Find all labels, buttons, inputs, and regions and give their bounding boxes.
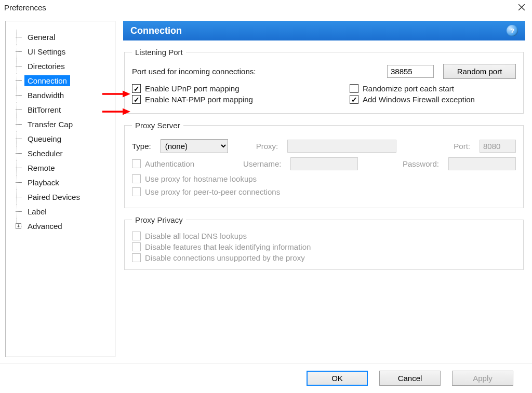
proxy-password-input — [448, 157, 516, 170]
panel-header: Connection ? — [123, 21, 525, 40]
sidebar-item-bittorrent[interactable]: BitTorrent — [11, 102, 115, 117]
sidebar-item-scheduler[interactable]: Scheduler — [11, 146, 115, 160]
ok-button[interactable]: OK — [307, 371, 368, 386]
proxy-port-label: Port: — [454, 142, 470, 151]
window-title: Preferences — [4, 3, 46, 12]
panel-title: Connection — [130, 25, 182, 36]
main-panel: Connection ? Listening Port Port used fo… — [117, 21, 527, 357]
privacy-unsupported-checkbox: Disable connections unsupported by the p… — [132, 253, 305, 262]
randomize-port-checkbox[interactable]: Randomize port each start — [350, 84, 516, 93]
proxy-host-label: Proxy: — [256, 142, 278, 151]
sidebar-item-advanced[interactable]: +Advanced — [11, 219, 115, 233]
sidebar-item-bandwidth[interactable]: Bandwidth — [11, 88, 115, 102]
upnp-checkbox[interactable]: Enable UPnP port mapping — [132, 84, 240, 93]
proxy-type-label: Type: — [132, 142, 151, 151]
proxy-hostname-checkbox: Use proxy for hostname lookups — [132, 174, 257, 183]
sidebar-item-connection[interactable]: Connection — [11, 73, 115, 88]
sidebar-item-transfer-cap[interactable]: Transfer Cap — [11, 117, 115, 131]
plus-icon[interactable]: + — [16, 223, 21, 229]
random-port-button[interactable]: Random port — [443, 64, 516, 79]
port-label: Port used for incoming connections: — [132, 67, 256, 76]
privacy-dns-checkbox: Disable all local DNS lookups — [132, 232, 247, 240]
proxy-username-label: Username: — [243, 159, 281, 168]
sidebar-item-ui-settings[interactable]: UI Settings — [11, 44, 115, 59]
natpmp-checkbox[interactable]: Enable NAT-PMP port mapping — [132, 95, 253, 104]
proxy-type-select[interactable]: (none) — [161, 139, 228, 153]
proxy-password-label: Password: — [403, 159, 439, 168]
proxy-port-input — [480, 140, 516, 153]
sidebar: General UI Settings Directories Connecti… — [5, 21, 115, 357]
sidebar-item-paired-devices[interactable]: Paired Devices — [11, 189, 115, 204]
proxy-privacy-legend: Proxy Privacy — [132, 215, 186, 224]
apply-button: Apply — [452, 371, 513, 386]
close-icon[interactable] — [515, 1, 528, 13]
port-input[interactable] — [387, 65, 434, 78]
sidebar-item-remote[interactable]: Remote — [11, 160, 115, 175]
cancel-button[interactable]: Cancel — [379, 371, 441, 386]
listening-port-legend: Listening Port — [132, 48, 186, 57]
proxy-host-input — [287, 140, 396, 153]
dialog-footer: OK Cancel Apply — [0, 363, 532, 393]
listening-port-group: Listening Port Port used for incoming co… — [124, 48, 524, 114]
firewall-checkbox[interactable]: Add Windows Firewall exception — [350, 95, 516, 104]
content-area: General UI Settings Directories Connecti… — [0, 15, 532, 357]
sidebar-item-directories[interactable]: Directories — [11, 59, 115, 73]
proxy-auth-checkbox: Authentication — [132, 159, 194, 168]
help-icon[interactable]: ? — [507, 25, 518, 36]
proxy-server-group: Proxy Server Type: (none) Proxy: Port: A… — [124, 121, 524, 208]
proxy-p2p-checkbox: Use proxy for peer-to-peer connections — [132, 187, 280, 196]
sidebar-item-label[interactable]: Label — [11, 204, 115, 219]
proxy-username-input — [290, 157, 358, 170]
sidebar-item-queueing[interactable]: Queueing — [11, 131, 115, 146]
titlebar: Preferences — [0, 0, 532, 15]
sidebar-item-playback[interactable]: Playback — [11, 175, 115, 189]
sidebar-item-general[interactable]: General — [11, 30, 115, 44]
privacy-leak-checkbox: Disable features that leak identifying i… — [132, 242, 311, 251]
proxy-privacy-group: Proxy Privacy Disable all local DNS look… — [124, 215, 524, 270]
proxy-server-legend: Proxy Server — [132, 121, 183, 130]
